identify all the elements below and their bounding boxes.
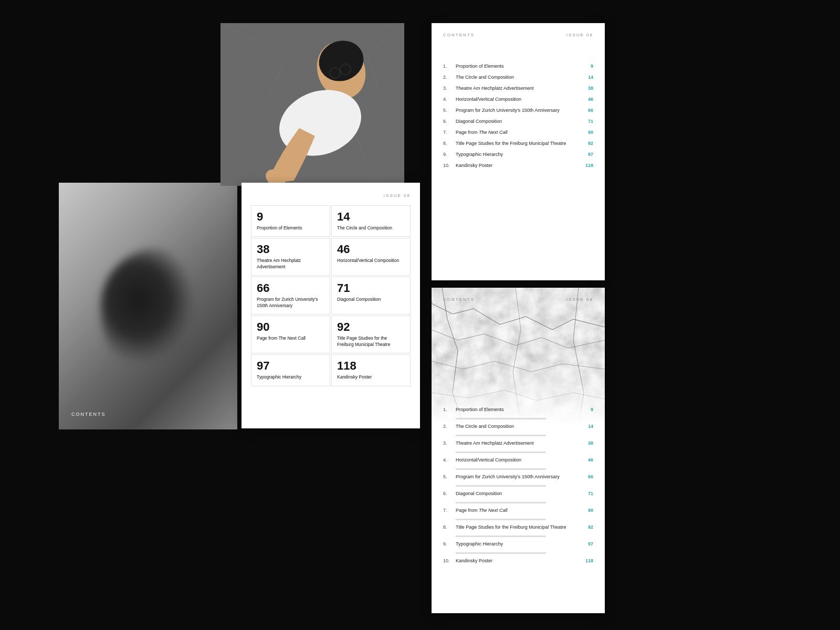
list-text-5: Program for Zurich University's 150th An…	[456, 108, 560, 113]
b-list-text-7: Page from The Next Call	[456, 508, 508, 513]
toc-bar-7	[456, 519, 546, 520]
list-item-9: 9. Typographic Hierarchy 97	[443, 152, 593, 157]
cover-blob	[101, 248, 195, 364]
toc-num-9: 97	[257, 360, 324, 372]
toc-label-1: Proportion of Elements	[257, 225, 324, 231]
toc-label-8: Title Page Studies for the Freiburg Muni…	[337, 335, 405, 348]
toc-bar-6	[456, 502, 546, 503]
list-page-10: 118	[585, 163, 593, 168]
list-text-8: Title Page Studies for the Freiburg Muni…	[456, 141, 566, 146]
list-num-3: 3.	[443, 86, 450, 91]
toc-grid-item-6: 71 Diagonal Composition	[331, 277, 411, 314]
b-list-num-10: 10.	[443, 558, 450, 563]
b-list-text-1: Proportion of Elements	[456, 407, 504, 412]
contents-main-page: ISSUE 08 9 Proportion of Elements 14 The…	[242, 183, 420, 428]
b-list-num-9: 9.	[443, 541, 450, 547]
list-page-8: 92	[588, 141, 593, 146]
toc-label-10: Kandinsky Poster	[337, 374, 405, 380]
toc-num-5: 66	[257, 282, 324, 294]
toc-num-7: 90	[257, 321, 324, 333]
toc-num-10: 118	[337, 360, 405, 372]
list-page-6: 71	[588, 119, 593, 124]
toc-bar-5	[456, 485, 546, 487]
list-text-6: Diagonal Composition	[456, 119, 502, 124]
contents-list-top: CONTENTS ISSUE 08 1. Proportion of Eleme…	[432, 23, 605, 280]
toc-num-1: 9	[257, 211, 324, 223]
contents-label-bottom: CONTENTS	[443, 297, 475, 302]
list-page-4: 46	[588, 97, 593, 102]
toc-label-7: Page from The Next Call	[257, 335, 324, 341]
toc-bar-9	[456, 552, 546, 554]
b-list-num-4: 4.	[443, 457, 450, 463]
b-list-page-9: 97	[588, 541, 593, 547]
toc-grid-item-7: 90 Page from The Next Call	[251, 316, 330, 353]
list-page-7: 90	[588, 130, 593, 135]
b-list-text-4: Horizontal/Vertical Composition	[456, 457, 521, 463]
photo-page	[220, 23, 404, 186]
b-list-text-8: Title Page Studies for the Freiburg Muni…	[456, 524, 566, 530]
toc-grid-item-1: 9 Proportion of Elements	[251, 205, 330, 237]
b-list-text-5: Program for Zurich University's 150th An…	[456, 474, 560, 479]
bottom-list-item-8: 8. Title Page Studies for the Freiburg M…	[443, 524, 593, 530]
list-num-5: 5.	[443, 108, 450, 113]
toc-grid-item-2: 14 The Circle and Composition	[331, 205, 411, 237]
list-num-1: 1.	[443, 64, 450, 69]
bottom-list-item-10: 10. Kandinsky Poster 118	[443, 558, 593, 563]
toc-label-9: Typographic Hierarchy	[257, 374, 324, 380]
toc-label-6: Diagonal Composition	[337, 297, 405, 302]
toc-num-8: 92	[337, 321, 405, 333]
list-page-2: 14	[588, 75, 593, 80]
toc-num-3: 38	[257, 244, 324, 255]
list-text-2: The Circle and Composition	[456, 75, 514, 80]
toc-bar-1	[456, 418, 546, 419]
toc-num-4: 46	[337, 244, 405, 255]
b-list-page-6: 71	[588, 491, 593, 496]
issue-label-top: ISSUE 08	[566, 33, 593, 37]
toc-bar-2	[456, 435, 546, 436]
list-header-top: CONTENTS ISSUE 08	[443, 33, 593, 37]
list-item-10: 10. Kandinsky Poster 118	[443, 163, 593, 168]
toc-num-6: 71	[337, 282, 405, 294]
list-text-1: Proportion of Elements	[456, 64, 504, 69]
b-list-page-10: 118	[585, 558, 593, 563]
bottom-list-item-3: 3. Theatre Am Hechplatz Advertisement 38	[443, 440, 593, 446]
list-num-4: 4.	[443, 97, 450, 102]
toc-num-2: 14	[337, 211, 405, 223]
b-list-text-3: Theatre Am Hechplatz Advertisement	[456, 440, 534, 446]
list-item-4: 4. Horizontal/Vertical Composition 46	[443, 97, 593, 102]
bottom-list-item-6: 6. Diagonal Composition 71	[443, 491, 593, 496]
b-list-page-2: 14	[588, 424, 593, 429]
toc-bar-3	[456, 452, 546, 453]
b-list-text-6: Diagonal Composition	[456, 491, 502, 496]
issue-label-bottom: ISSUE 08	[566, 297, 593, 302]
toc-grid-item-9: 97 Typographic Hierarchy	[251, 354, 330, 386]
b-list-num-6: 6.	[443, 491, 450, 496]
list-num-10: 10.	[443, 163, 450, 168]
toc-label-4: Horizontal/Vertical Composition	[337, 258, 405, 264]
contents-list-bottom: CONTENTS ISSUE 08 1. Proportion of Eleme…	[432, 288, 605, 613]
bottom-list-item-4: 4. Horizontal/Vertical Composition 46	[443, 457, 593, 463]
b-list-page-5: 66	[588, 474, 593, 479]
cover-page: CONTENTS	[59, 183, 237, 429]
b-list-num-7: 7.	[443, 508, 450, 513]
bottom-list-item-7: 7. Page from The Next Call 90	[443, 508, 593, 513]
list-text-3: Theatre Am Hechplatz Advertisement	[456, 86, 534, 91]
list-item-5: 5. Program for Zurich University's 150th…	[443, 108, 593, 113]
list-text-7: Page from The Next Call	[456, 130, 508, 135]
list-text-4: Horizontal/Vertical Composition	[456, 97, 521, 102]
contents-list-bottom-inner: CONTENTS ISSUE 08 1. Proportion of Eleme…	[443, 297, 593, 563]
b-list-page-3: 38	[588, 440, 593, 446]
toc-grid-item-5: 66 Program for Zurich University's 150th…	[251, 277, 330, 314]
b-list-num-1: 1.	[443, 407, 450, 412]
b-list-num-5: 5.	[443, 474, 450, 479]
b-list-text-9: Typographic Hierarchy	[456, 541, 503, 547]
b-list-page-1: 9	[591, 407, 593, 412]
list-page-5: 66	[588, 108, 593, 113]
b-list-text-10: Kandinsky Poster	[456, 558, 492, 563]
b-list-page-4: 46	[588, 457, 593, 463]
issue-label-main: ISSUE 08	[251, 193, 411, 198]
list-num-7: 7.	[443, 130, 450, 135]
list-num-8: 8.	[443, 141, 450, 146]
list-text-10: Kandinsky Poster	[456, 163, 492, 168]
list-item-1: 1. Proportion of Elements 9	[443, 64, 593, 69]
